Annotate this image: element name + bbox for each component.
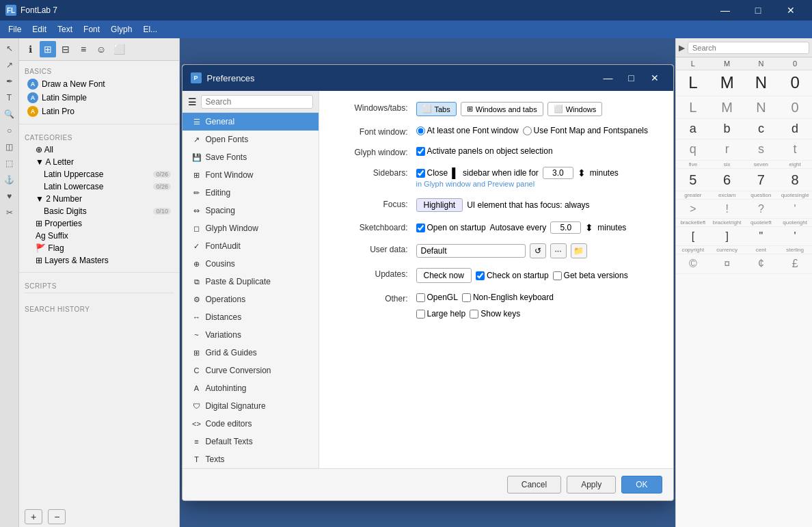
cat-letter[interactable]: ▼ A Letter	[25, 156, 174, 168]
glyph-exclam[interactable]: !	[710, 200, 744, 219]
largehelp-checkbox[interactable]	[416, 310, 425, 319]
glyph-window-checkbox[interactable]	[416, 147, 425, 156]
ok-button[interactable]: OK	[621, 476, 662, 494]
font-item-latin-pro[interactable]: A Latin Pro	[25, 105, 174, 118]
toolbar-info[interactable]: ℹ	[22, 41, 38, 57]
nav-paste-duplicate[interactable]: ⧉ Paste & Duplicate	[182, 273, 319, 290]
add-button[interactable]: +	[25, 509, 42, 524]
glyph-quotesingle[interactable]: '	[778, 200, 812, 219]
cat-latin-lower[interactable]: Latin Lowercase0/26	[25, 180, 174, 193]
nav-open-fonts[interactable]: ↗ Open Fonts	[182, 131, 319, 148]
apply-button[interactable]: Apply	[567, 476, 616, 494]
opengl-check[interactable]: OpenGL	[416, 293, 458, 302]
cat-all[interactable]: ⊕ All	[25, 144, 174, 156]
tool-text[interactable]: T	[2, 90, 17, 105]
glyph-quoteleft[interactable]: "	[744, 227, 779, 246]
glyph-t[interactable]: t	[778, 139, 812, 161]
menu-edit[interactable]: Edit	[27, 23, 52, 36]
glyph-question[interactable]: ?	[744, 200, 779, 219]
dialog-minimize-btn[interactable]: —	[598, 70, 619, 85]
tool-anchor[interactable]: ⚓	[2, 172, 17, 187]
glyph-s[interactable]: s	[744, 139, 779, 161]
cat-latin-upper[interactable]: Latin Uppercase0/26	[25, 168, 174, 180]
glyph-8[interactable]: 8	[778, 169, 812, 191]
check-now-button[interactable]: Check now	[416, 268, 472, 283]
glyph-L-large[interactable]: L	[676, 70, 710, 96]
glyph-b[interactable]: b	[710, 119, 744, 140]
tool-scissors[interactable]: ✂	[2, 205, 17, 220]
cat-flag[interactable]: 🚩 Flag	[25, 242, 174, 254]
nav-fontaudit[interactable]: ✓ FontAudit	[182, 237, 319, 255]
user-data-input[interactable]	[416, 244, 526, 258]
glyph-copyright[interactable]: ©	[676, 254, 710, 273]
glyph-M-med[interactable]: M	[710, 96, 744, 119]
nav-autohinting[interactable]: A Autohinting	[182, 379, 319, 397]
tool-measure[interactable]: ⬚	[2, 156, 17, 171]
nav-code-editors[interactable]: <> Code editors	[182, 415, 319, 433]
glyph-a[interactable]: a	[676, 119, 710, 140]
sidebar-search[interactable]	[201, 95, 313, 109]
glyph-N-med[interactable]: N	[744, 96, 779, 119]
nav-operations[interactable]: ⚙ Operations	[182, 290, 319, 308]
toolbar-grid1[interactable]: ⊞	[40, 41, 56, 57]
nav-general[interactable]: ☰ General	[182, 113, 319, 131]
sketchboard-open-checkbox[interactable]	[416, 224, 425, 232]
glyph-M-large[interactable]: M	[710, 70, 744, 96]
sidebars-check[interactable]: Close	[416, 168, 448, 178]
beta-check[interactable]: Get beta versions	[553, 271, 628, 280]
opengl-checkbox[interactable]	[416, 293, 425, 302]
cat-properties[interactable]: ⊞ Properties	[25, 217, 174, 230]
app-close-button[interactable]: ✕	[775, 0, 807, 21]
glyph-bracketright[interactable]: ]	[710, 227, 744, 246]
toolbar-face[interactable]: ☺	[93, 41, 109, 57]
glyph-0-med[interactable]: 0	[778, 96, 812, 119]
highlight-button[interactable]: Highlight	[416, 198, 463, 212]
nav-variations[interactable]: ~ Variations	[182, 326, 319, 344]
tool-heart[interactable]: ♥	[2, 189, 17, 204]
glyph-sterling[interactable]: £	[778, 254, 812, 273]
glyph-currency[interactable]: ¤	[710, 254, 744, 273]
menu-text[interactable]: Text	[52, 23, 78, 36]
tool-pen[interactable]: ✒	[2, 74, 17, 89]
nonenglish-checkbox[interactable]	[462, 293, 471, 302]
user-data-folder-btn[interactable]: 📁	[571, 243, 587, 258]
toolbar-extra[interactable]: ⬜	[111, 41, 127, 57]
sketchboard-autosave-input[interactable]	[550, 221, 581, 234]
menu-font[interactable]: Font	[78, 23, 105, 36]
minimize-button[interactable]: —	[709, 0, 741, 21]
check-startup-checkbox[interactable]	[476, 271, 485, 280]
glyph-c[interactable]: c	[744, 119, 779, 140]
nav-font-window[interactable]: ⊞ Font Window	[182, 166, 319, 184]
tool-shape[interactable]: ○	[2, 123, 17, 138]
check-startup-check[interactable]: Check on startup	[476, 271, 549, 280]
windows-and-tabs-option[interactable]: ⊞ Windows and tabs	[461, 102, 543, 116]
font-window-radio1-input[interactable]	[416, 126, 425, 135]
nav-editing[interactable]: ✏ Editing	[182, 184, 319, 202]
tabs-option[interactable]: ⬜ Tabs	[416, 102, 457, 116]
beta-checkbox[interactable]	[553, 271, 562, 280]
nonenglish-check[interactable]: Non-English keyboard	[462, 293, 554, 302]
cat-layers-masters[interactable]: ⊞ Layers & Masters	[25, 254, 174, 267]
font-item-new[interactable]: A Draw a New Font	[25, 77, 174, 91]
glyph-L-med[interactable]: L	[676, 96, 710, 119]
tool-node[interactable]: ↗	[2, 57, 17, 72]
glyph-quoteright[interactable]: '	[778, 227, 812, 246]
nav-spacing[interactable]: ⇔ Spacing	[182, 202, 319, 219]
menu-el[interactable]: El...	[137, 23, 163, 36]
maximize-button[interactable]: □	[742, 0, 774, 21]
glyph-6[interactable]: 6	[710, 169, 744, 191]
largehelp-check[interactable]: Large help	[416, 309, 466, 319]
glyph-7[interactable]: 7	[744, 169, 779, 191]
nav-grid-guides[interactable]: ⊞ Grid & Guides	[182, 344, 319, 362]
menu-file[interactable]: File	[3, 23, 27, 36]
sketchboard-open-check[interactable]: Open on startup	[416, 223, 486, 232]
tool-select[interactable]: ↖	[2, 41, 17, 56]
glyph-window-check[interactable]: Activate panels on object selection	[416, 146, 553, 156]
cat-suffix[interactable]: Ag Suffix	[25, 230, 174, 242]
glyph-q[interactable]: q	[676, 139, 710, 161]
glyph-N-large[interactable]: N	[744, 70, 779, 96]
font-item-latin-simple[interactable]: A Latin Simple	[25, 91, 174, 105]
cat-number[interactable]: ▼ 2 Number	[25, 193, 174, 205]
tool-zoom[interactable]: 🔍	[2, 107, 17, 122]
cancel-button[interactable]: Cancel	[507, 476, 561, 494]
